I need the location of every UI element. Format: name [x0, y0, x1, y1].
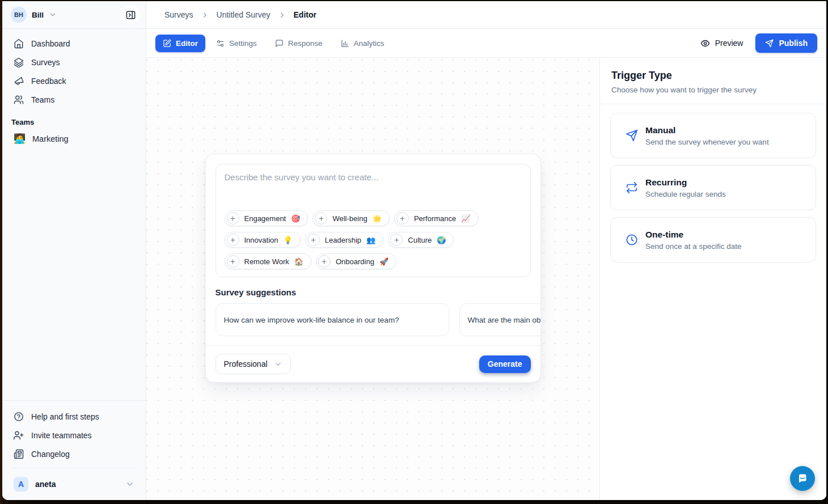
- chevron-right-icon: [201, 11, 209, 19]
- option-title: Recurring: [645, 177, 726, 188]
- suggestion-text: How can we improve work-life balance in …: [224, 316, 399, 324]
- message-square-icon: [275, 39, 284, 48]
- suggestion-text: What are the main ob: [468, 316, 540, 324]
- composer-footer: Professional Generate: [206, 345, 540, 382]
- trigger-options: Manual Send the survey whenever you want…: [600, 104, 826, 278]
- rocket-emoji-icon: 🚀: [379, 257, 388, 266]
- tab-label: Response: [288, 39, 323, 48]
- option-title: Manual: [645, 125, 769, 135]
- busts-emoji-icon: 👥: [366, 236, 375, 244]
- preview-label: Preview: [715, 39, 743, 48]
- option-text: One-time Send once at a specific date: [645, 230, 742, 251]
- publish-button[interactable]: Publish: [755, 33, 817, 53]
- sidebar-nav: Dashboard Surveys Feedback Teams: [2, 29, 146, 147]
- chip-onboarding[interactable]: Onboarding 🚀: [316, 253, 396, 269]
- sidebar-item-feedback[interactable]: Feedback: [8, 72, 140, 90]
- sidebar-item-surveys[interactable]: Surveys: [8, 53, 140, 71]
- app-window: BH Bill Dashboard: [2, 1, 826, 500]
- chevron-down-icon: [274, 360, 282, 369]
- sidebar-item-help[interactable]: Help and first steps: [8, 408, 140, 426]
- plus-icon: [315, 212, 327, 225]
- account-name: aneta: [35, 480, 56, 489]
- sidebar-item-dashboard[interactable]: Dashboard: [8, 35, 140, 53]
- trigger-option-manual[interactable]: Manual Send the survey whenever you want: [610, 113, 816, 158]
- survey-prompt-input[interactable]: [225, 172, 522, 207]
- clock-icon: [626, 234, 638, 246]
- glowing-star-emoji-icon: 🌟: [373, 214, 382, 223]
- send-icon: [765, 39, 774, 48]
- preview-button[interactable]: Preview: [695, 34, 749, 53]
- tab-analytics[interactable]: Analytics: [333, 35, 392, 52]
- tab-editor[interactable]: Editor: [155, 35, 205, 52]
- plus-icon: [390, 234, 403, 246]
- plus-icon: [396, 212, 409, 225]
- divider: [11, 468, 137, 468]
- chip-well-being[interactable]: Well-being 🌟: [312, 210, 389, 226]
- sidebar-item-invite[interactable]: Invite teammates: [8, 426, 140, 444]
- tab-label: Analytics: [354, 39, 385, 48]
- house-emoji-icon: 🏠: [294, 257, 303, 266]
- suggestions-title: Survey suggestions: [216, 287, 540, 297]
- tone-value: Professional: [224, 359, 268, 369]
- sidebar-item-team-marketing[interactable]: 🧑‍💻 Marketing: [8, 130, 140, 147]
- home-icon: [14, 39, 24, 49]
- tab-response[interactable]: Response: [268, 35, 330, 52]
- send-icon: [626, 129, 638, 142]
- breadcrumb-editor: Editor: [294, 10, 316, 19]
- tone-select[interactable]: Professional: [216, 354, 291, 374]
- workspace-switcher[interactable]: BH Bill: [11, 7, 57, 23]
- content-row: Engagement 🎯 Well-being 🌟 Performance: [146, 58, 826, 500]
- tab-label: Settings: [229, 39, 257, 48]
- survey-composer-card: Engagement 🎯 Well-being 🌟 Performance: [205, 154, 541, 383]
- chip-performance[interactable]: Performance 📈: [394, 210, 479, 226]
- chip-label: Innovation: [244, 236, 278, 244]
- sidebar-item-label: Teams: [31, 95, 54, 104]
- chip-label: Remote Work: [244, 257, 289, 266]
- account-avatar: A: [14, 477, 28, 492]
- chip-leadership[interactable]: Leadership 👥: [305, 232, 384, 248]
- breadcrumb-surveys[interactable]: Surveys: [164, 10, 193, 19]
- breadcrumb-untitled-survey[interactable]: Untitled Survey: [217, 10, 271, 19]
- suggestion-card[interactable]: What are the main ob: [459, 303, 540, 336]
- layers-icon: [14, 57, 24, 67]
- plus-icon: [307, 234, 320, 246]
- account-menu[interactable]: A aneta: [8, 473, 140, 495]
- plus-icon: [227, 255, 239, 268]
- chevron-down-icon: [49, 11, 57, 19]
- chip-culture[interactable]: Culture 🌍: [388, 232, 454, 248]
- edit-pencil-icon: [163, 39, 171, 48]
- sidebar: BH Bill Dashboard: [2, 1, 146, 500]
- bar-chart-icon: [341, 39, 349, 48]
- chip-engagement[interactable]: Engagement 🎯: [225, 210, 309, 226]
- chip-remote-work[interactable]: Remote Work 🏠: [225, 253, 311, 269]
- trigger-option-recurring[interactable]: Recurring Schedule regular sends: [610, 165, 816, 210]
- plus-icon: [318, 255, 331, 268]
- editor-canvas[interactable]: Engagement 🎯 Well-being 🌟 Performance: [146, 58, 599, 500]
- collapse-sidebar-button[interactable]: [121, 5, 140, 24]
- survey-suggestions: Survey suggestions How can we improve wo…: [206, 282, 540, 345]
- generate-button[interactable]: Generate: [479, 355, 531, 373]
- chip-label: Onboarding: [336, 257, 374, 266]
- chevron-down-icon: [125, 480, 134, 489]
- technologist-emoji-icon: 🧑‍💻: [14, 133, 25, 145]
- sidebar-item-teams[interactable]: Teams: [8, 91, 140, 109]
- option-description: Schedule regular sends: [645, 190, 726, 198]
- main-column: Surveys Untitled Survey Editor Editor: [146, 1, 826, 500]
- prompt-box: Engagement 🎯 Well-being 🌟 Performance: [216, 164, 531, 277]
- option-description: Send once at a specific date: [645, 242, 742, 251]
- trigger-panel-header: Trigger Type Choose how you want to trig…: [600, 58, 826, 104]
- chat-launcher-button[interactable]: [790, 466, 815, 491]
- megaphone-icon: [14, 76, 24, 86]
- chip-innovation[interactable]: Innovation 💡: [225, 232, 301, 248]
- trigger-type-panel: Trigger Type Choose how you want to trig…: [599, 58, 826, 500]
- option-description: Send the survey whenever you want: [645, 138, 769, 146]
- trigger-option-one-time[interactable]: One-time Send once at a specific date: [610, 217, 816, 262]
- sidebar-item-changelog[interactable]: Changelog: [8, 445, 140, 463]
- tab-settings[interactable]: Settings: [209, 35, 264, 52]
- option-title: One-time: [645, 230, 742, 240]
- sidebar-item-label: Help and first steps: [31, 412, 99, 421]
- suggestion-card[interactable]: How can we improve work-life balance in …: [216, 303, 449, 336]
- chart-increasing-emoji-icon: 📈: [461, 214, 470, 223]
- eye-icon: [700, 39, 710, 48]
- panel-collapse-icon: [125, 10, 136, 20]
